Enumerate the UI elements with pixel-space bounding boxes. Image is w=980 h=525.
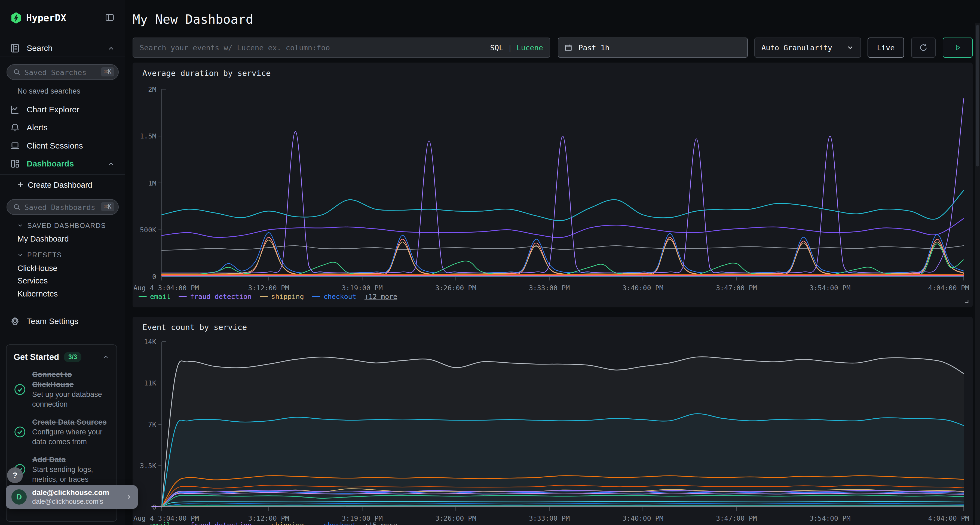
sidebar-item-dashboards[interactable]: Dashboards xyxy=(0,156,125,171)
help-button[interactable]: ? xyxy=(7,467,23,483)
create-dashboard-label: Create Dashboard xyxy=(28,181,92,190)
check-circle-icon xyxy=(14,426,26,438)
svg-text:3:12:00 PM: 3:12:00 PM xyxy=(248,284,290,292)
chart-panel-event-count: Event count by service 14K11K7K3.5K0Aug … xyxy=(132,317,973,525)
legend-item-checkout[interactable]: checkout xyxy=(312,293,356,301)
journal-icon xyxy=(10,43,20,53)
sidebar-collapse-icon[interactable] xyxy=(104,13,115,22)
svg-text:4:04:00 PM: 4:04:00 PM xyxy=(928,514,969,522)
saved-searches-input[interactable]: Saved Searches ⌘K xyxy=(6,64,119,80)
granularity-select[interactable]: Auto Granularity xyxy=(754,38,861,58)
get-started-step-connect[interactable]: Connect to ClickHouse Set up your databa… xyxy=(14,370,110,409)
svg-text:3:40:00 PM: 3:40:00 PM xyxy=(622,284,663,292)
svg-text:3:47:00 PM: 3:47:00 PM xyxy=(716,284,757,292)
svg-text:3:33:00 PM: 3:33:00 PM xyxy=(529,514,570,522)
chevron-up-icon[interactable] xyxy=(102,354,110,361)
refresh-icon xyxy=(918,43,928,52)
sidebar-item-alerts[interactable]: Alerts xyxy=(0,120,125,135)
refresh-button[interactable] xyxy=(911,38,935,58)
resize-grip-icon[interactable] xyxy=(964,299,969,304)
user-team: dale@clickhouse.com's xyxy=(32,497,120,506)
legend-item-checkout[interactable]: checkout xyxy=(312,521,356,525)
plus-icon xyxy=(16,181,24,189)
sidebar-item-my-dashboard[interactable]: My Dashboard xyxy=(18,235,69,243)
svg-text:0: 0 xyxy=(152,503,156,511)
sidebar-item-label: Chart Explorer xyxy=(27,105,79,114)
saved-dashboards-section-header[interactable]: SAVED DASHBOARDS xyxy=(17,221,106,230)
chevron-down-icon xyxy=(17,252,24,258)
svg-text:1M: 1M xyxy=(148,179,156,187)
sidebar-item-clickhouse[interactable]: ClickHouse xyxy=(18,264,57,273)
legend-item-fraud-detection[interactable]: fraud-detection xyxy=(178,293,251,301)
sidebar-item-services[interactable]: Services xyxy=(18,276,48,285)
saved-dashboards-input[interactable]: Saved Dashboards ⌘K xyxy=(6,199,119,215)
event-search-placeholder: Search your events w/ Lucene ex. column:… xyxy=(140,43,490,52)
scrollbar-thumb[interactable] xyxy=(976,25,979,167)
avg-duration-chart[interactable]: 2M1.5M1M500K0Aug 4 3:04:00 PM3:12:00 PM3… xyxy=(132,63,973,308)
legend-label: checkout xyxy=(323,293,356,301)
get-started-step-add-data[interactable]: Add Data Start sending logs, metrics, or… xyxy=(14,455,110,484)
svg-text:3:26:00 PM: 3:26:00 PM xyxy=(435,514,476,522)
sidebar-item-search[interactable]: Search xyxy=(0,41,125,56)
legend-item-email[interactable]: email xyxy=(138,293,170,301)
bell-icon xyxy=(10,122,20,133)
time-range-value: Past 1h xyxy=(579,43,609,52)
svg-text:7K: 7K xyxy=(148,420,156,428)
hyperdx-logo-icon xyxy=(10,11,22,24)
shortcut-badge: ⌘K xyxy=(101,202,115,211)
run-query-button[interactable] xyxy=(943,38,973,58)
step-title: Connect to ClickHouse xyxy=(32,370,100,390)
legend-label: fraud-detection xyxy=(190,521,251,525)
sidebar-item-label: Alerts xyxy=(27,123,48,132)
svg-text:3:33:00 PM: 3:33:00 PM xyxy=(529,284,570,292)
create-dashboard-button[interactable]: Create Dashboard xyxy=(0,179,125,192)
app-name: HyperDX xyxy=(26,13,67,24)
legend-item-fraud-detection[interactable]: fraud-detection xyxy=(178,521,251,525)
live-button[interactable]: Live xyxy=(867,38,904,58)
granularity-value: Auto Granularity xyxy=(761,43,841,52)
chart-line-icon xyxy=(10,105,20,115)
step-desc: Configure where your data comes from xyxy=(32,427,106,447)
user-menu[interactable]: D dale@clickhouse.com dale@clickhouse.co… xyxy=(6,485,138,509)
event-search-input[interactable]: Search your events w/ Lucene ex. column:… xyxy=(132,38,550,58)
legend-label: checkout xyxy=(323,521,356,525)
legend-item-email[interactable]: email xyxy=(138,521,170,525)
chart-legend: emailfraud-detectionshippingcheckout+15 … xyxy=(138,521,397,525)
svg-text:3:26:00 PM: 3:26:00 PM xyxy=(435,284,476,292)
sidebar-item-kubernetes[interactable]: Kubernetes xyxy=(18,289,58,298)
svg-text:14K: 14K xyxy=(144,338,156,346)
sidebar-item-label: Search xyxy=(27,43,52,53)
dashboard-grid-icon xyxy=(10,159,20,169)
get-started-title: Get Started xyxy=(14,352,59,362)
search-icon xyxy=(13,68,21,76)
legend-more-link[interactable]: +12 more xyxy=(364,293,397,301)
chevron-down-icon xyxy=(17,222,24,229)
svg-text:1.5M: 1.5M xyxy=(140,132,156,140)
section-header-label: SAVED DASHBOARDS xyxy=(27,222,106,230)
legend-item-shipping[interactable]: shipping xyxy=(260,293,304,301)
legend-label: email xyxy=(150,293,170,301)
svg-text:0: 0 xyxy=(152,273,156,281)
legend-label: shipping xyxy=(271,293,304,301)
step-desc: Set up your database connection xyxy=(32,390,106,409)
legend-label: email xyxy=(150,521,170,525)
laptop-icon xyxy=(10,141,20,151)
legend-more-link[interactable]: +15 more xyxy=(364,521,397,525)
presets-section-header[interactable]: PRESETS xyxy=(17,251,62,259)
divider xyxy=(0,57,125,57)
svg-text:11K: 11K xyxy=(144,379,156,387)
event-count-chart[interactable]: 14K11K7K3.5K0Aug 4 3:04:00 PM3:12:00 PM3… xyxy=(132,317,973,525)
legend-dash-icon xyxy=(260,296,268,297)
sidebar-item-client-sessions[interactable]: Client Sessions xyxy=(0,138,125,153)
get-started-step-sources[interactable]: Create Data Sources Configure where your… xyxy=(14,417,110,447)
lang-toggle-sql[interactable]: SQL xyxy=(490,43,503,52)
divider xyxy=(0,174,125,174)
sidebar-item-chart-explorer[interactable]: Chart Explorer xyxy=(0,102,125,117)
chart-panel-avg-duration: Average duration by service 2M1.5M1M500K… xyxy=(132,63,973,308)
logo-row: HyperDX xyxy=(0,11,125,25)
sidebar-item-team-settings[interactable]: Team Settings xyxy=(0,314,125,328)
lang-toggle-lucene[interactable]: Lucene xyxy=(516,43,543,52)
sidebar-item-label: Team Settings xyxy=(27,317,78,326)
legend-item-shipping[interactable]: shipping xyxy=(260,521,304,525)
time-range-picker[interactable]: Past 1h xyxy=(558,38,748,58)
